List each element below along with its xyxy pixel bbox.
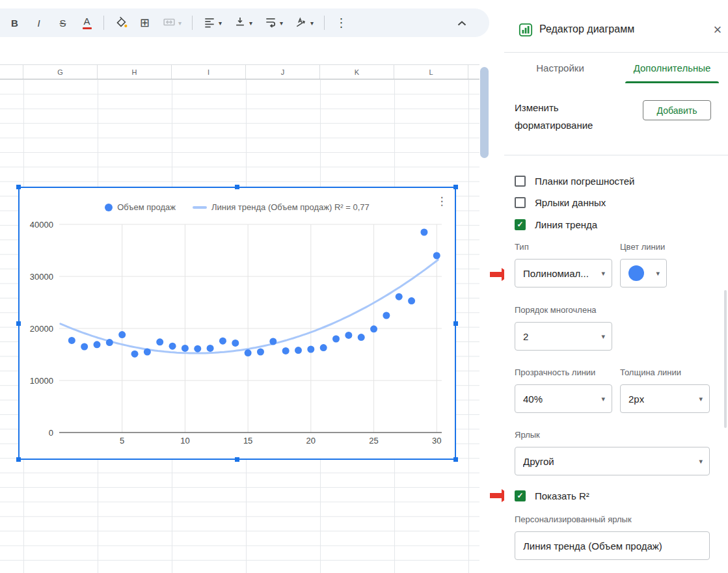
selection-handle[interactable]	[453, 321, 458, 326]
selection-handle[interactable]	[235, 457, 239, 462]
selection-handle[interactable]	[453, 457, 458, 462]
poly-order-dropdown[interactable]: 2 ▾	[515, 322, 612, 351]
text-wrap-button[interactable]	[258, 13, 282, 33]
panel-scrollbar[interactable]	[724, 290, 727, 428]
svg-text:30000: 30000	[30, 272, 53, 282]
fill-color-button[interactable]	[109, 13, 133, 33]
text-wrap-icon	[264, 16, 277, 31]
svg-text:20: 20	[306, 436, 316, 446]
strikethrough-button[interactable]: S	[51, 13, 75, 33]
column-header[interactable]: I	[172, 65, 246, 79]
checkbox-error-bars[interactable]: Планки погрешностей	[515, 174, 634, 187]
text-color-button[interactable]: A	[75, 13, 99, 33]
thickness-label: Толщина линии	[620, 367, 681, 377]
vertical-align-button[interactable]	[228, 13, 252, 33]
chart-plot: 01000020000300004000051015202530	[20, 188, 455, 459]
selection-handle[interactable]	[16, 321, 21, 326]
close-icon[interactable]: ×	[708, 21, 727, 39]
selection-handle[interactable]	[453, 185, 458, 189]
text-color-letter: A	[83, 16, 90, 26]
collapse-toolbar-button[interactable]	[454, 15, 470, 31]
tab-customize[interactable]: Дополнительные	[616, 53, 728, 83]
chart-editor-icon	[519, 23, 533, 40]
column-header-stub[interactable]	[0, 65, 23, 79]
poly-order-label: Порядок многочлена	[515, 305, 597, 315]
checkbox-label: Ярлыки данных	[535, 197, 606, 208]
chevron-down-icon: ▾	[699, 457, 703, 466]
chart[interactable]: Объем продаж Линия тренда (Объем продаж)…	[18, 187, 456, 460]
chevron-down-icon: ▾	[601, 332, 605, 341]
dropdown-value: Полиномиал...	[523, 268, 589, 279]
selection-handle[interactable]	[16, 457, 21, 462]
horizontal-align-button[interactable]	[197, 13, 221, 33]
checkbox-show-r2[interactable]: Показать R²	[515, 489, 589, 502]
custom-label-label: Персонализированный ярлык	[515, 514, 632, 524]
bold-button[interactable]: B	[3, 13, 27, 33]
paint-bucket-icon	[114, 15, 128, 31]
chevron-up-icon	[457, 18, 466, 28]
align-left-icon	[203, 16, 216, 31]
label-type-dropdown[interactable]: Другой ▾	[515, 447, 710, 475]
panel-divider	[504, 155, 728, 155]
checkbox-label: Линия тренда	[535, 219, 597, 230]
checkbox-icon	[515, 219, 526, 230]
edit-formatting-label: Изменить форматирование	[515, 99, 619, 134]
checkbox-data-labels[interactable]: Ярлыки данных	[515, 196, 606, 209]
checkbox-label: Планки погрешностей	[535, 176, 634, 187]
checkbox-trendline[interactable]: Линия тренда	[515, 218, 597, 231]
chevron-down-icon: ▾	[656, 269, 660, 278]
checkbox-label: Показать R²	[535, 490, 589, 501]
toolbar-divider	[324, 16, 325, 30]
color-swatch	[628, 265, 644, 281]
column-header[interactable]: H	[98, 65, 172, 79]
svg-text:30: 30	[432, 436, 441, 446]
merge-cells-icon	[162, 15, 176, 31]
svg-text:40000: 40000	[30, 220, 53, 230]
opacity-label: Прозрачность линии	[515, 367, 595, 377]
svg-text:0: 0	[49, 428, 53, 438]
svg-text:10000: 10000	[30, 376, 53, 386]
line-color-label: Цвет линии	[620, 242, 665, 252]
toolbar-divider	[192, 16, 193, 30]
formatting-toolbar: B I S A ⊞ ▾	[0, 8, 489, 37]
toolbar-divider	[103, 16, 104, 30]
column-header[interactable]: K	[320, 65, 394, 79]
column-header[interactable]: L	[394, 65, 468, 79]
italic-button[interactable]: I	[27, 13, 51, 33]
column-header[interactable]: G	[23, 65, 98, 79]
chevron-down-icon: ▾	[699, 395, 703, 403]
text-color-swatch	[83, 27, 92, 29]
borders-button[interactable]: ⊞	[133, 13, 157, 33]
selection-handle[interactable]	[235, 185, 239, 189]
custom-label-input[interactable]	[515, 531, 710, 560]
text-rotation-icon	[295, 16, 308, 31]
checkbox-icon	[515, 490, 526, 501]
column-header[interactable]: J	[246, 65, 320, 79]
selection-handle[interactable]	[16, 185, 21, 189]
line-color-dropdown[interactable]: ▾	[620, 259, 667, 287]
dropdown-value: 40%	[523, 393, 543, 405]
dropdown-value: 2	[523, 331, 528, 342]
column-header-stub[interactable]	[468, 65, 479, 79]
chart-editor-panel: Редактор диаграмм × Настройки Дополнител…	[504, 0, 728, 573]
checkbox-icon	[515, 176, 526, 187]
panel-title: Редактор диаграмм	[539, 23, 634, 35]
label-type-label: Ярлык	[515, 430, 540, 440]
svg-text:25: 25	[369, 436, 378, 446]
trendline-type-dropdown[interactable]: Полиномиал... ▾	[515, 259, 612, 287]
sheet-vertical-scrollbar[interactable]	[480, 67, 489, 158]
chevron-down-icon: ▾	[601, 395, 605, 403]
text-rotation-button[interactable]	[289, 13, 313, 33]
panel-tabs: Настройки Дополнительные	[504, 53, 728, 83]
line-opacity-dropdown[interactable]: 40% ▾	[515, 384, 612, 413]
svg-text:20000: 20000	[30, 324, 53, 334]
type-label: Тип	[515, 242, 529, 252]
tab-settings[interactable]: Настройки	[504, 53, 616, 83]
dropdown-value: Другой	[523, 456, 554, 467]
toolbar-more-button[interactable]: ⋮	[329, 13, 353, 33]
merge-cells-button[interactable]	[157, 13, 181, 33]
dropdown-value: 2px	[628, 393, 644, 405]
add-button[interactable]: Добавить	[643, 100, 711, 120]
line-thickness-dropdown[interactable]: 2px ▾	[620, 384, 710, 413]
column-headers: G H I J K L	[0, 64, 479, 79]
